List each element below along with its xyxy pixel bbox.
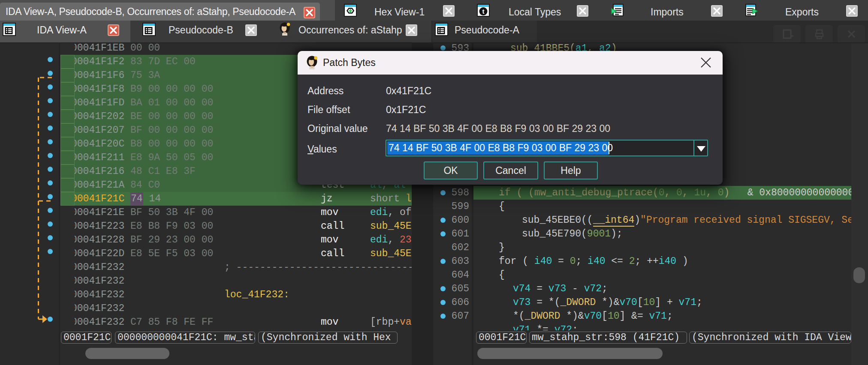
svg-text:t: t [482, 8, 485, 15]
